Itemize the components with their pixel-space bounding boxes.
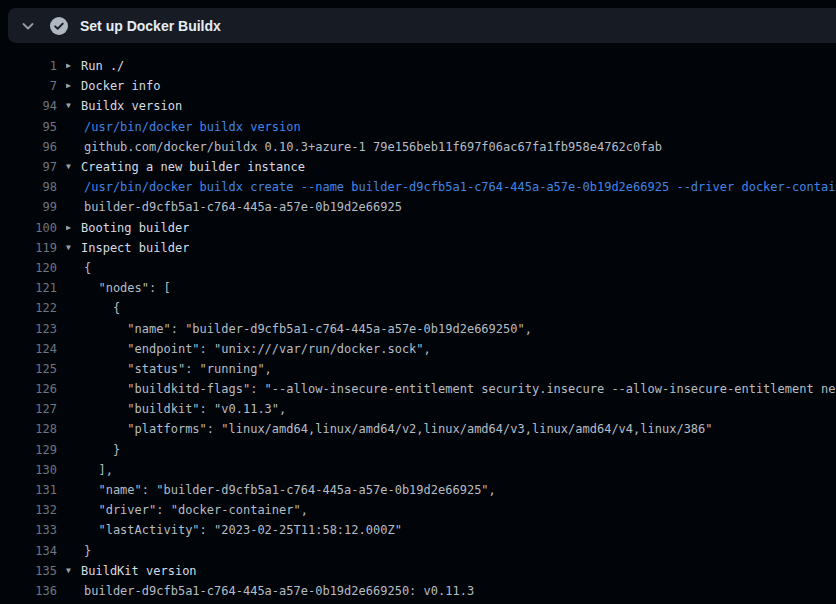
log-text: "buildkit": "v0.11.3", [84,402,286,416]
line-number[interactable]: 120 [0,261,57,275]
log-group-toggle[interactable]: ▶Docker info [66,79,160,93]
log-area: 1▶Run ./7▶Docker info94▼Buildx version95… [0,43,836,604]
log-line: 130 ], [0,460,836,480]
log-line: 129 } [0,440,836,460]
line-number[interactable]: 123 [0,322,57,336]
log-line: 120{ [0,258,836,278]
line-number[interactable]: 121 [0,281,57,295]
line-number[interactable]: 130 [0,463,57,477]
log-command-text: /usr/bin/docker buildx create --name bui… [84,180,836,194]
group-label[interactable]: Run ./ [81,59,124,73]
group-collapsed-arrow-icon[interactable]: ▶ [66,224,81,232]
log-line: 97▼Creating a new builder instance [0,157,836,177]
log-line: 125 "status": "running", [0,359,836,379]
log-text: "name": "builder-d9cfb5a1-c764-445a-a57e… [84,483,496,497]
log-line: 7▶Docker info [0,76,836,96]
line-number[interactable]: 128 [0,422,57,436]
log-group-toggle[interactable]: ▼Buildx version [66,99,182,113]
line-number[interactable]: 119 [0,241,57,255]
log-line: 128 "platforms": "linux/amd64,linux/amd6… [0,419,836,439]
log-line: 99builder-d9cfb5a1-c764-445a-a57e-0b19d2… [0,197,836,217]
log-text: "nodes": [ [84,281,171,295]
log-line: 132 "driver": "docker-container", [0,500,836,520]
log-text: "driver": "docker-container", [84,503,308,517]
log-group-toggle[interactable]: ▶Run ./ [66,59,124,73]
step-header[interactable]: Set up Docker Buildx [8,8,836,43]
line-number[interactable]: 125 [0,362,57,376]
group-expanded-arrow-icon[interactable]: ▼ [66,102,81,110]
log-text: "endpoint": "unix:///var/run/docker.sock… [84,342,431,356]
log-text: builder-d9cfb5a1-c764-445a-a57e-0b19d2e6… [84,200,402,214]
log-text: "name": "builder-d9cfb5a1-c764-445a-a57e… [84,322,532,336]
line-number[interactable]: 127 [0,402,57,416]
group-label[interactable]: Booting builder [81,221,189,235]
group-expanded-arrow-icon[interactable]: ▼ [66,163,81,171]
log-group-toggle[interactable]: ▼Creating a new builder instance [66,160,305,174]
step-title: Set up Docker Buildx [80,18,221,34]
log-line: 94▼Buildx version [0,96,836,116]
group-label[interactable]: Inspect builder [81,241,189,255]
line-number[interactable]: 124 [0,342,57,356]
group-label[interactable]: BuildKit version [81,564,197,578]
log-line: 126 "buildkitd-flags": "--allow-insecure… [0,379,836,399]
log-line: 136builder-d9cfb5a1-c764-445a-a57e-0b19d… [0,581,836,601]
log-text: { [84,301,120,315]
log-line: 123 "name": "builder-d9cfb5a1-c764-445a-… [0,318,836,338]
log-text: { [84,261,91,275]
line-number[interactable]: 136 [0,584,57,598]
log-line: 127 "buildkit": "v0.11.3", [0,399,836,419]
log-command-text: /usr/bin/docker buildx version [84,120,301,134]
group-expanded-arrow-icon[interactable]: ▼ [66,567,81,575]
chevron-down-icon[interactable] [20,18,36,34]
log-group-toggle[interactable]: ▼BuildKit version [66,564,197,578]
log-text: "status": "running", [84,362,272,376]
line-number[interactable]: 95 [0,120,57,134]
check-circle-icon [50,17,68,35]
log-line: 135▼BuildKit version [0,561,836,581]
log-line: 96github.com/docker/buildx 0.10.3+azure-… [0,137,836,157]
line-number[interactable]: 126 [0,382,57,396]
log-line: 133 "lastActivity": "2023-02-25T11:58:12… [0,520,836,540]
group-collapsed-arrow-icon[interactable]: ▶ [66,62,81,70]
log-line: 131 "name": "builder-d9cfb5a1-c764-445a-… [0,480,836,500]
log-text: "lastActivity": "2023-02-25T11:58:12.000… [84,523,402,537]
log-line: 119▼Inspect builder [0,238,836,258]
line-number[interactable]: 129 [0,443,57,457]
log-line: 122 { [0,298,836,318]
group-label[interactable]: Creating a new builder instance [81,160,305,174]
log-text: "platforms": "linux/amd64,linux/amd64/v2… [84,422,713,436]
log-line: 98/usr/bin/docker buildx create --name b… [0,177,836,197]
line-number[interactable]: 99 [0,200,57,214]
log-text: } [84,443,120,457]
log-text: builder-d9cfb5a1-c764-445a-a57e-0b19d2e6… [84,584,474,598]
log-line: 1▶Run ./ [0,56,836,76]
log-group-toggle[interactable]: ▼Inspect builder [66,241,189,255]
group-expanded-arrow-icon[interactable]: ▼ [66,244,81,252]
group-collapsed-arrow-icon[interactable]: ▶ [66,82,81,90]
line-number[interactable]: 96 [0,140,57,154]
line-number[interactable]: 97 [0,160,57,174]
log-text: github.com/docker/buildx 0.10.3+azure-1 … [84,140,662,154]
line-number[interactable]: 133 [0,523,57,537]
line-number[interactable]: 1 [0,59,57,73]
line-number[interactable]: 100 [0,221,57,235]
line-number[interactable]: 98 [0,180,57,194]
line-number[interactable]: 131 [0,483,57,497]
line-number[interactable]: 122 [0,301,57,315]
line-number[interactable]: 132 [0,503,57,517]
log-line: 100▶Booting builder [0,218,836,238]
workflow-log-viewer: Set up Docker Buildx 1▶Run ./7▶Docker in… [0,0,836,604]
log-group-toggle[interactable]: ▶Booting builder [66,221,189,235]
line-number[interactable]: 7 [0,79,57,93]
log-line: 124 "endpoint": "unix:///var/run/docker.… [0,339,836,359]
log-text: } [84,544,91,558]
line-number[interactable]: 94 [0,99,57,113]
log-line: 121 "nodes": [ [0,278,836,298]
log-line: 95/usr/bin/docker buildx version [0,117,836,137]
group-label[interactable]: Docker info [81,79,160,93]
log-text: "buildkitd-flags": "--allow-insecure-ent… [84,382,836,396]
line-number[interactable]: 134 [0,544,57,558]
group-label[interactable]: Buildx version [81,99,182,113]
log-text: ], [84,463,113,477]
line-number[interactable]: 135 [0,564,57,578]
